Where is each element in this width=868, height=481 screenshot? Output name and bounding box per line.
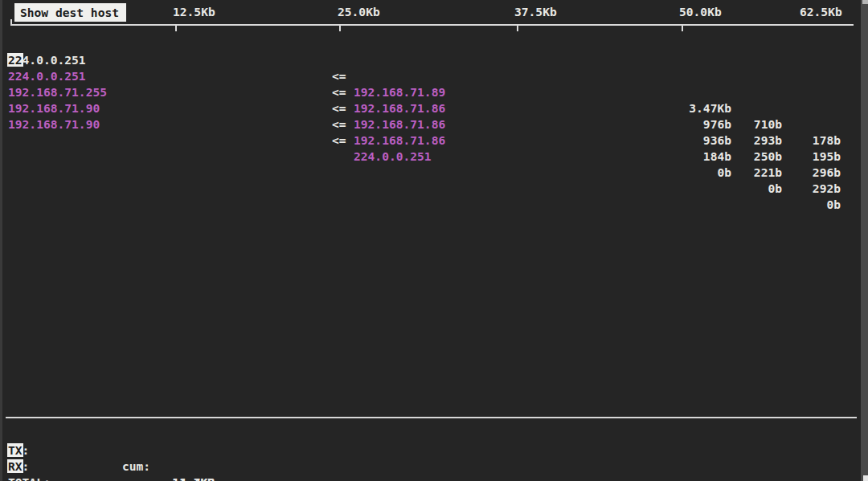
- rx-summary-row: RX: 11.7KB 6.50Kb 5.52Kb 1.44Kb 961b: [0, 442, 868, 459]
- scale-tick: [339, 26, 341, 31]
- scale-tick: [10, 19, 12, 24]
- dest-host: 192.168.71.86: [354, 116, 445, 132]
- rate-10s: 710b: [754, 116, 782, 132]
- scale-tick: [175, 26, 177, 31]
- direction-arrow-icon: <=: [332, 116, 346, 132]
- terminal-screen[interactable]: Show dest host 12.5Kb 25.0Kb 37.5Kb 50.0…: [0, 0, 868, 481]
- dest-host: 192.168.71.86: [354, 132, 445, 149]
- scale-tick-label: 62.5Kb: [800, 4, 842, 20]
- scale-tick-label: 25.0Kb: [338, 4, 380, 20]
- scale-tick-label: 37.5Kb: [514, 4, 557, 20]
- scrollbar-top-cap[interactable]: [862, 0, 868, 4]
- bandwidth-scale-line: [10, 24, 854, 26]
- connection-row: 224.0.0.251 <= 192.168.71.89 3.47Kb 710b…: [0, 36, 868, 52]
- show-dest-host-indicator: Show dest host: [14, 3, 126, 22]
- tx-summary-row: TX: cum: 14.4KB peak: 1.19Kb rates: 736b…: [0, 426, 868, 442]
- rate-40s: 195b: [813, 149, 841, 165]
- rate-10s: 250b: [754, 149, 782, 165]
- scale-tick: [517, 26, 518, 31]
- scale-tick-label: 12.5Kb: [173, 4, 215, 20]
- rx-cum: 11.7KB: [172, 475, 215, 481]
- rate-2s: 0b: [717, 165, 731, 181]
- rate-2s: 184b: [703, 149, 731, 165]
- footer-divider: [6, 417, 857, 418]
- total-label: TOTAL:: [8, 475, 51, 481]
- scale-tick-label: 50.0Kb: [679, 4, 722, 20]
- connection-row: 192.168.71.255 <= 192.168.71.86 936b 250…: [0, 68, 868, 84]
- rate-10s: 0b: [768, 181, 782, 197]
- rate-40s: 178b: [813, 132, 841, 149]
- total-summary-row: TOTAL: 26.1KB 7.69Kb 6.23Kb 2.15Kb 1.65K…: [0, 459, 868, 475]
- direction-arrow-icon: <=: [332, 132, 346, 149]
- scrollbar-bottom-cap[interactable]: [863, 475, 868, 481]
- rate-40s: 292b: [813, 181, 841, 197]
- rate-10s: 221b: [754, 165, 782, 181]
- rate-2s: 976b: [703, 116, 731, 132]
- source-host: 192.168.71.90: [8, 116, 100, 132]
- rate-40s: 0b: [826, 197, 841, 213]
- dest-host: 224.0.0.251: [354, 149, 432, 165]
- rate-2s: 936b: [703, 132, 731, 149]
- connection-row: 192.168.71.90 <= 192.168.71.86 184b 221b…: [0, 84, 868, 100]
- scale-tick: [682, 26, 683, 31]
- rate-40s: 296b: [813, 165, 841, 181]
- connection-row: 224.0.0.251 <= 192.168.71.86 976b 293b 1…: [0, 52, 868, 68]
- connection-row: 192.168.71.90 <= 224.0.0.251 0b 0b 0b: [0, 100, 868, 116]
- rate-10s: 293b: [754, 132, 782, 149]
